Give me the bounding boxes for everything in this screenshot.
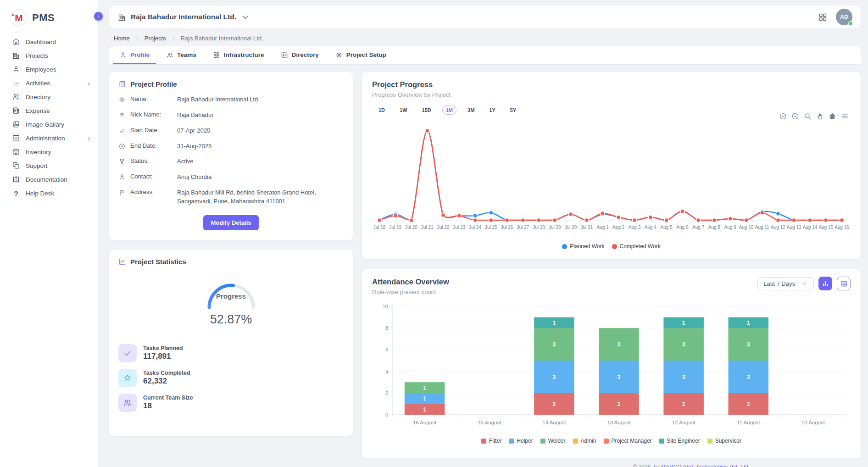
legend-item[interactable]: Helper xyxy=(509,438,533,444)
sidebar-item-documentation[interactable]: Documentation xyxy=(0,172,98,186)
sidebar-item-dashboard[interactable]: Dashboard xyxy=(0,35,98,49)
tab-project-setup[interactable]: Project Setup xyxy=(329,46,393,64)
tab-profile[interactable]: Profile xyxy=(113,46,156,64)
legend-item[interactable]: Supervisor xyxy=(707,438,741,444)
building-icon xyxy=(12,51,20,60)
tab-teams[interactable]: Teams xyxy=(160,46,203,64)
legend-item[interactable]: Admin xyxy=(573,438,596,444)
zoom-in-button[interactable] xyxy=(779,112,787,120)
svg-text:3: 3 xyxy=(747,341,750,348)
attendance-chart[interactable]: 024681016 August11115 August14 August233… xyxy=(372,302,849,434)
svg-text:1: 1 xyxy=(747,320,750,326)
company-link[interactable]: MARCO AIoT Technologies Pvt. Ltd. xyxy=(661,464,750,467)
person-icon xyxy=(119,51,127,59)
sidebar-item-inventory[interactable]: Inventory xyxy=(0,145,98,159)
field-status: Status: Active xyxy=(118,157,344,166)
contact-card-icon xyxy=(281,51,288,59)
date-range-select[interactable]: Last 7 Days xyxy=(757,277,814,290)
range-3m[interactable]: 3M xyxy=(464,106,478,115)
selection-zoom-button[interactable] xyxy=(804,112,812,120)
receipt-icon xyxy=(12,106,20,115)
tab-infrastructure[interactable]: Infrastructure xyxy=(206,46,271,64)
bar-view-button[interactable] xyxy=(818,277,832,290)
home-icon xyxy=(12,38,20,46)
range-1w[interactable]: 1W xyxy=(396,106,411,115)
sidebar-item-support[interactable]: Support xyxy=(0,159,98,172)
breadcrumb-projects[interactable]: Projects xyxy=(145,35,166,42)
check-icon xyxy=(118,127,126,134)
home-icon xyxy=(829,112,836,120)
sidebar-collapse-button[interactable]: ‹ xyxy=(94,12,103,21)
sidebar-nav: Dashboard Projects Employees Activities … xyxy=(0,35,98,200)
range-1m[interactable]: 1M xyxy=(442,106,456,115)
reset-home-button[interactable] xyxy=(829,112,836,120)
breadcrumb-current: Raja Bahadur International Ltd. xyxy=(181,35,263,42)
svg-text:0: 0 xyxy=(385,412,388,417)
building-icon xyxy=(117,13,126,22)
range-5y[interactable]: 5Y xyxy=(506,106,520,115)
legend-item[interactable]: Site Engineer xyxy=(659,438,700,444)
range-15d[interactable]: 15D xyxy=(418,106,435,115)
project-progress-chart[interactable]: Jul 18Jul 19Jul 20Jul 21Jul 22Jul 23Jul … xyxy=(372,115,849,239)
sidebar-item-help-desk[interactable]: ? Help Desk xyxy=(0,186,98,200)
svg-text:Jul 25: Jul 25 xyxy=(485,225,497,230)
legend-swatch xyxy=(659,439,664,444)
range-1d[interactable]: 1D xyxy=(375,106,389,115)
sidebar-item-image-gallery[interactable]: Image Gallary xyxy=(0,117,98,131)
svg-text:Aug 1: Aug 1 xyxy=(597,225,609,230)
chevron-down-icon xyxy=(801,280,808,287)
zoom-out-button[interactable] xyxy=(791,112,799,120)
svg-text:6: 6 xyxy=(385,347,388,352)
svg-text:15 August: 15 August xyxy=(478,420,501,425)
sidebar-item-activities[interactable]: Activities xyxy=(0,76,98,90)
bar-chart-icon xyxy=(822,280,829,288)
svg-text:Jul 19: Jul 19 xyxy=(389,225,401,230)
zoom-in-icon xyxy=(779,112,787,120)
chart-line-icon xyxy=(118,258,126,266)
legend-item[interactable]: Completed Work xyxy=(612,243,661,250)
svg-text:Aug 16: Aug 16 xyxy=(835,225,849,230)
range-1y[interactable]: 1Y xyxy=(485,106,499,115)
svg-text:Aug 15: Aug 15 xyxy=(818,225,833,230)
sidebar-item-employees[interactable]: Employees xyxy=(0,62,98,76)
table-view-button[interactable] xyxy=(837,277,851,290)
svg-text:Aug 3: Aug 3 xyxy=(629,225,641,230)
menu-button[interactable] xyxy=(841,112,849,120)
sidebar-item-administration[interactable]: Administration xyxy=(0,131,98,145)
user-avatar[interactable]: AD xyxy=(836,9,852,25)
svg-text:1: 1 xyxy=(423,406,426,413)
grid-icon xyxy=(213,51,220,59)
chevron-right-icon xyxy=(86,135,92,141)
breadcrumb-home[interactable]: Home xyxy=(114,35,130,42)
page-footer: © 2025, by MARCO AIoT Technologies Pvt. … xyxy=(362,464,861,467)
legend-item[interactable]: Project Manager xyxy=(604,438,652,444)
svg-text:Aug 10: Aug 10 xyxy=(739,225,754,230)
legend-item[interactable]: Fitter xyxy=(481,438,501,444)
person-icon xyxy=(118,173,126,181)
legend-item[interactable]: Welder xyxy=(540,438,566,444)
gear-icon xyxy=(335,51,343,59)
zoom-out-icon xyxy=(791,112,799,120)
svg-text:1: 1 xyxy=(682,320,685,326)
apps-grid-button[interactable] xyxy=(818,12,828,22)
modify-details-button[interactable]: Modify Details xyxy=(203,215,258,230)
company-selector[interactable]: Raja Bahadur International Ltd. xyxy=(117,13,250,22)
project-statistics-card: Project Statistics Progress 52.87% xyxy=(109,250,353,436)
menu-icon xyxy=(841,112,849,120)
legend-item[interactable]: Planned Work xyxy=(562,243,604,250)
svg-text:Jul 20: Jul 20 xyxy=(405,225,417,230)
legend-swatch xyxy=(562,244,567,249)
sidebar-item-expense[interactable]: Expense xyxy=(0,104,98,117)
question-mark-icon: ? xyxy=(12,189,20,197)
person-icon xyxy=(12,65,20,73)
pan-button[interactable] xyxy=(816,112,824,120)
bar-chart-legend: FitterHelperWelderAdminProject ManagerSi… xyxy=(372,436,851,447)
sidebar-item-directory[interactable]: Directory xyxy=(0,90,98,104)
sidebar-item-projects[interactable]: Projects xyxy=(0,49,98,62)
tab-directory[interactable]: Directory xyxy=(274,46,325,64)
people-icon xyxy=(12,93,20,101)
svg-text:3: 3 xyxy=(682,341,685,348)
svg-text:2: 2 xyxy=(618,401,621,407)
chart-toolbar xyxy=(779,112,849,120)
main-content: Raja Bahadur International Ltd. AD Home … xyxy=(98,0,868,467)
